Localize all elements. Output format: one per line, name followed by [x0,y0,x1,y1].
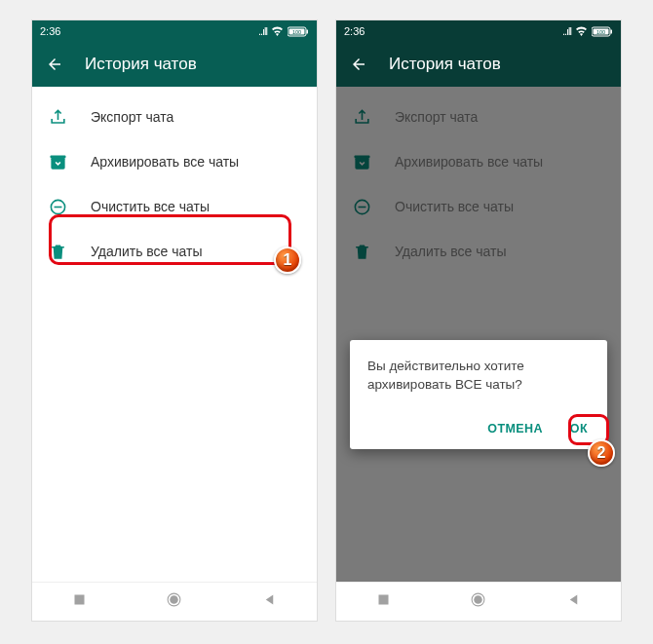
svg-point-9 [171,595,179,604]
android-nav-bar [32,582,317,621]
svg-rect-4 [51,157,64,169]
export-icon [48,107,67,127]
nav-home-icon[interactable] [470,591,486,612]
phone-screenshot-right: 2:36 100 История чатов Экспорт чата [335,19,622,622]
nav-home-icon[interactable] [166,591,182,612]
confirm-dialog: Вы действительно хотите архивировать ВСЕ… [350,340,607,449]
status-time: 2:36 [40,25,60,37]
dialog-actions: ОТМЕНА ОК [367,416,590,441]
status-icons: 100 [258,25,309,37]
battery-icon: 100 [288,26,309,37]
wifi-icon [575,26,588,36]
annotation-badge-1: 1 [274,246,301,274]
back-arrow-icon[interactable] [46,56,63,73]
nav-recent-icon[interactable] [376,592,391,611]
signal-icon [258,25,267,37]
back-arrow-icon[interactable] [350,56,367,73]
page-title: История чатов [389,55,501,74]
menu-item-delete[interactable]: Удалить все чаты [32,229,317,274]
svg-rect-2 [307,29,309,33]
battery-icon: 100 [592,26,613,37]
clear-icon [48,197,67,216]
nav-back-icon[interactable] [262,592,277,611]
menu-item-label: Очистить все чаты [91,199,210,214]
svg-text:100: 100 [596,29,605,35]
menu-item-export[interactable]: Экспорт чата [32,95,317,139]
annotation-badge-2: 2 [588,439,615,467]
body-area: Экспорт чата Архивировать все чаты Очист… [336,87,621,582]
trash-icon [48,242,67,261]
menu-item-clear[interactable]: Очистить все чаты [32,184,317,229]
body-area: Экспорт чата Архивировать все чаты Очист… [32,87,317,582]
status-bar: 2:36 100 [336,20,621,42]
svg-rect-19 [378,595,388,605]
page-title: История чатов [85,55,197,74]
svg-rect-5 [50,155,65,158]
nav-back-icon[interactable] [566,592,581,611]
menu-item-archive[interactable]: Архивировать все чаты [32,139,317,184]
menu-item-label: Экспорт чата [91,109,173,125]
svg-rect-8 [74,595,84,605]
modal-overlay [336,87,621,582]
svg-text:100: 100 [292,29,301,35]
svg-point-20 [475,595,483,604]
menu-item-label: Удалить все чаты [91,244,203,259]
android-nav-bar [336,582,621,621]
svg-rect-13 [611,29,613,33]
dialog-message: Вы действительно хотите архивировать ВСЕ… [367,358,590,395]
nav-recent-icon[interactable] [72,592,87,611]
status-bar: 2:36 100 [32,20,317,42]
archive-icon [48,152,67,171]
phone-screenshot-left: 2:36 100 История чатов Экспорт чата [31,19,318,622]
app-bar: История чатов [336,42,621,87]
menu-item-label: Архивировать все чаты [91,154,239,170]
wifi-icon [271,26,284,36]
status-time: 2:36 [344,25,365,37]
menu-list: Экспорт чата Архивировать все чаты Очист… [32,87,317,274]
status-icons: 100 [562,25,613,37]
app-bar: История чатов [32,42,317,87]
ok-button[interactable]: ОК [568,416,590,441]
cancel-button[interactable]: ОТМЕНА [485,416,545,441]
signal-icon [562,25,571,37]
